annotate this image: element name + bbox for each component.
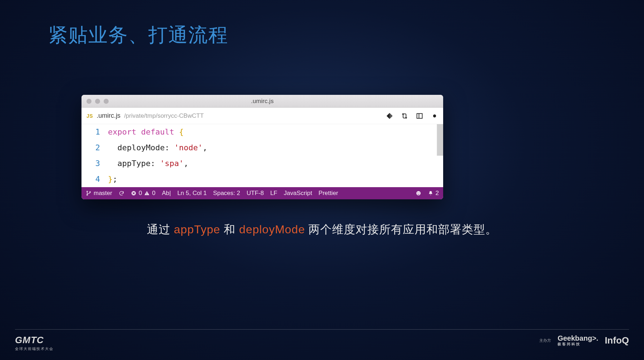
sync-segment[interactable] xyxy=(119,190,124,196)
git-branch-icon xyxy=(86,190,91,196)
line-number: 1 xyxy=(81,124,100,140)
error-icon xyxy=(131,190,137,196)
warning-icon xyxy=(144,190,150,196)
ab-segment[interactable]: Ab| xyxy=(162,190,171,197)
smiley-icon xyxy=(416,190,421,196)
line-number: 4 xyxy=(81,171,100,187)
svg-rect-0 xyxy=(417,113,422,118)
close-icon[interactable] xyxy=(86,99,91,104)
infoq-logo: InfoQ xyxy=(605,335,629,346)
editor-window: .umirc.js JS .umirc.js /private/tmp/sorr… xyxy=(81,95,443,199)
sponsor-label: 主办方 xyxy=(539,338,551,343)
slide-footer: GMTC 全球大前端技术大会 主办方 Geekbang>. 极客邦科技 Info… xyxy=(15,329,629,351)
line-gutter: 1 2 3 4 xyxy=(81,124,108,187)
svg-point-2 xyxy=(433,114,436,117)
slide-title: 紧贴业务、打通流程 xyxy=(48,22,228,48)
minimize-icon[interactable] xyxy=(95,99,100,104)
file-type-badge: JS xyxy=(86,113,93,119)
sync-icon xyxy=(119,190,124,196)
status-bar: master 0 0 Ab| Ln 5, Col 1 Spaces: 2 UTF… xyxy=(81,187,443,199)
eol-segment[interactable]: LF xyxy=(270,190,277,197)
zoom-icon[interactable] xyxy=(104,99,109,104)
line-number: 3 xyxy=(81,156,100,171)
window-titlebar: .umirc.js xyxy=(81,95,443,108)
gmtc-logo: GMTC xyxy=(15,335,54,346)
highlight-apptype: appType xyxy=(174,223,221,236)
notifications-segment[interactable]: 2 xyxy=(428,190,439,197)
problems-segment[interactable]: 0 0 xyxy=(131,190,155,197)
diamond-icon[interactable] xyxy=(386,112,393,120)
split-layout-icon[interactable] xyxy=(416,112,423,120)
encoding-segment[interactable]: UTF-8 xyxy=(247,190,264,197)
warning-count: 0 xyxy=(152,190,155,197)
feedback-segment[interactable] xyxy=(416,190,421,196)
cursor-position-segment[interactable]: Ln 5, Col 1 xyxy=(177,190,207,197)
svg-point-13 xyxy=(419,193,420,193)
svg-rect-9 xyxy=(147,193,147,194)
footer-right-sponsors: 主办方 Geekbang>. 极客邦科技 InfoQ xyxy=(539,335,629,346)
formatter-segment[interactable]: Prettier xyxy=(318,190,338,197)
svg-rect-10 xyxy=(147,194,147,195)
bell-icon xyxy=(428,190,434,196)
git-branch-segment[interactable]: master xyxy=(86,190,112,197)
svg-point-5 xyxy=(90,191,91,193)
svg-point-12 xyxy=(417,193,418,193)
geekbang-logo: Geekbang>. 极客邦科技 xyxy=(558,335,598,346)
modified-dot-icon xyxy=(431,112,438,120)
branch-name: master xyxy=(94,190,112,197)
tab-filepath: /private/tmp/sorrycc-CBwCTT xyxy=(124,112,204,120)
editor-tabbar: JS .umirc.js /private/tmp/sorrycc-CBwCTT xyxy=(81,108,443,124)
language-mode-segment[interactable]: JavaScript xyxy=(284,190,312,197)
footer-left-logo: GMTC 全球大前端技术大会 xyxy=(15,335,54,351)
svg-point-4 xyxy=(87,194,88,195)
traffic-lights xyxy=(86,99,109,104)
indentation-segment[interactable]: Spaces: 2 xyxy=(213,190,240,197)
gmtc-subtitle: 全球大前端技术大会 xyxy=(15,346,54,351)
notification-count: 2 xyxy=(436,190,439,197)
error-count: 0 xyxy=(139,190,142,197)
highlight-deploymode: deployMode xyxy=(239,223,305,236)
git-compare-icon[interactable] xyxy=(401,112,408,120)
svg-point-3 xyxy=(87,191,88,192)
svg-point-11 xyxy=(416,191,421,195)
code-content: export default { deployMode: 'node', app… xyxy=(108,124,443,187)
tab-filename[interactable]: .umirc.js xyxy=(96,112,120,120)
code-editor[interactable]: 1 2 3 4 export default { deployMode: 'no… xyxy=(81,124,443,187)
window-title: .umirc.js xyxy=(81,98,443,105)
line-number: 2 xyxy=(81,140,100,156)
minimap-scrollbar[interactable] xyxy=(437,124,443,156)
slide-caption: 通过 appType 和 deployMode 两个维度对接所有应用和部署类型。 xyxy=(0,222,644,238)
